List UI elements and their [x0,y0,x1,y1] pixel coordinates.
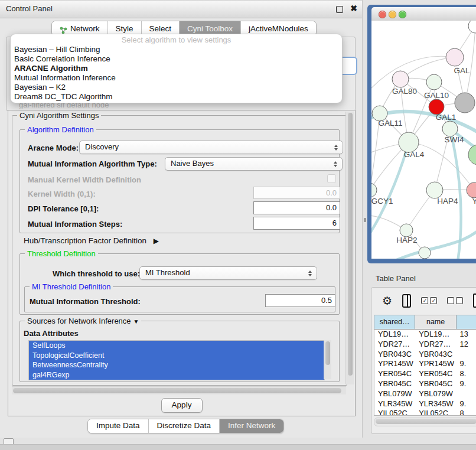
hub-definition-toggle[interactable]: Hub/Transcription Factor Definition ▶ [24,236,159,245]
network-node-swi4[interactable] [442,121,458,136]
table-row[interactable]: YBR043CYBR043C [374,350,476,360]
float-window-icon[interactable] [336,6,343,13]
attributes-scroll-thumb[interactable] [325,341,330,365]
close-icon[interactable]: ✖ [350,4,357,13]
page-icon[interactable] [473,294,476,308]
table-cell: YBL079W [415,389,456,399]
settings-vertical-thumb[interactable] [348,113,353,376]
node-table: shared… name YDL19…YDL19…13YDR27…YDR27…1… [374,315,476,416]
attribute-list-item[interactable]: TopologicalCoefficient [29,351,324,361]
column-header-third[interactable] [457,315,476,329]
attribute-list-item[interactable]: BetweennessCentrality [29,360,324,370]
table-cell: YPR145W [374,359,415,369]
attribute-list-item[interactable]: gal4RGexp [29,370,324,380]
control-panel-window: Control Panel ✖ Network Style Select Cyn… [0,0,363,438]
table-row[interactable]: YER054CYER054C8. [374,369,476,379]
aracne-mode-label: Aracne Mode: [28,144,79,152]
table-row[interactable]: YDR27…YDR27…12 [374,340,476,350]
which-threshold-value: MI Threshold [145,268,190,277]
network-node[interactable] [468,21,476,33]
table-row[interactable]: YIL052CYIL052C8 [374,409,476,416]
table-cell: YBL079W [374,389,415,399]
zoom-traffic-icon[interactable] [399,11,406,18]
table-horizontal-scrollbar[interactable] [374,418,476,426]
algorithm-option[interactable]: ARACNE Algorithm [11,64,342,73]
table-toolbar: ⚙ ✓✓ [371,288,476,314]
table-cell [457,389,476,399]
network-node-y[interactable] [467,182,476,198]
table-cell: YDL19… [374,330,415,340]
table-row[interactable]: YPR145WYPR145W9. [374,359,476,369]
network-node-label: GAL80 [392,87,417,96]
settings-vertical-scrollbar[interactable] [345,112,354,384]
mi-threshold-field[interactable]: 0.5 [265,294,335,307]
table-row[interactable]: YBR045CYBR045C9. [374,379,476,389]
column-header-shared[interactable]: shared… [374,315,415,329]
cyni-algorithm-settings-legend: Cyni Algorithm Settings [17,111,101,120]
tab-discretize-data[interactable]: Discretize Data [149,419,220,433]
network-node-gcy1[interactable] [371,183,377,197]
table-cell: 9. [457,399,476,409]
network-node-gal10[interactable] [426,74,442,90]
network-node[interactable] [455,93,475,113]
sources-legend[interactable]: Sources for Network Inference▼ [25,317,141,325]
attributes-scrollbar[interactable] [324,340,331,379]
attribute-list-item[interactable]: SelfLoops [29,341,324,351]
algorithm-option[interactable]: Dream8 DC_TDC Algorithm [11,92,342,102]
table-row[interactable]: YLR345WYLR345W9. [374,399,476,409]
network-node-hap4[interactable] [426,182,443,198]
network-node-hap2[interactable] [400,224,413,237]
minimize-traffic-icon[interactable] [389,11,396,18]
network-canvas[interactable]: GALGAL80GAL10GAL1GAL11SWI4GAL4GCY1HAP4YH… [371,21,476,259]
panel-divider-handle[interactable] [364,218,366,222]
mi-type-label: Mutual Information Algorithm Type: [28,159,157,168]
network-edge[interactable] [465,25,475,103]
deselect-all-checkboxes-icon[interactable] [447,297,463,304]
table-horizontal-thumb[interactable] [376,419,476,424]
aracne-mode-select[interactable]: Discovery [79,141,343,154]
algorithm-option[interactable]: Basic Correlation Inference [11,54,342,64]
bottom-band [0,444,476,450]
mi-type-value: Naive Bayes [171,159,214,168]
dpi-tolerance-field[interactable]: 0.0 [253,201,340,214]
cyni-bottom-tabs: Impute Data Discretize Data Infer Networ… [87,419,284,433]
algorithm-option[interactable]: Bayesian – Hill Climbing [11,45,342,54]
split-columns-icon[interactable] [402,294,411,308]
close-traffic-icon[interactable] [379,11,386,18]
network-node-gal4[interactable] [399,132,419,152]
table-row[interactable]: YDL19…YDL19…13 [374,330,476,340]
table-cell: YER054C [374,369,415,379]
settings-horizontal-scrollbar[interactable] [12,386,346,394]
network-node-gal80[interactable] [392,71,409,87]
settings-horizontal-thumb[interactable] [13,388,341,393]
data-attributes-label: Data Attributes [24,329,79,338]
apply-button[interactable]: Apply [161,398,203,413]
table-header-row: shared… name [374,315,476,330]
network-tab-icon [60,25,67,32]
which-threshold-select[interactable]: MI Threshold [139,266,317,280]
algorithm-definition-legend: Algorithm Definition [25,125,96,134]
mi-type-select[interactable]: Naive Bayes [165,157,343,171]
table-row[interactable]: YBL079WYBL079W [374,389,476,399]
network-node[interactable] [468,145,476,165]
chevron-right-icon: ▶ [154,237,159,245]
network-node[interactable] [419,247,431,259]
network-edge-highlighted[interactable] [450,129,461,259]
network-node-gal[interactable] [446,48,464,66]
dpi-tolerance-label: DPI Tolerance [0,1]: [28,204,99,213]
column-header-name[interactable]: name [415,315,456,329]
table-cell: YDR27… [374,340,415,350]
network-node-label: HAP4 [437,197,458,206]
tab-impute-data[interactable]: Impute Data [88,419,149,433]
table-cell: YIL052C [415,409,456,416]
manual-kernel-checkbox[interactable] [327,174,336,183]
spinner-icon [334,145,338,151]
mi-steps-field[interactable]: 6 [253,217,340,230]
select-all-checkboxes-icon[interactable]: ✓✓ [421,297,437,304]
kernel-width-field[interactable]: 0.0 [253,187,340,199]
gear-icon[interactable]: ⚙ [382,295,392,306]
algorithm-option[interactable]: Bayesian – K2 [11,83,342,92]
algorithm-option[interactable]: Mutual Information Inference [11,73,342,83]
table-cell: YIL052C [374,409,415,416]
tab-infer-network[interactable]: Infer Network [220,419,283,433]
